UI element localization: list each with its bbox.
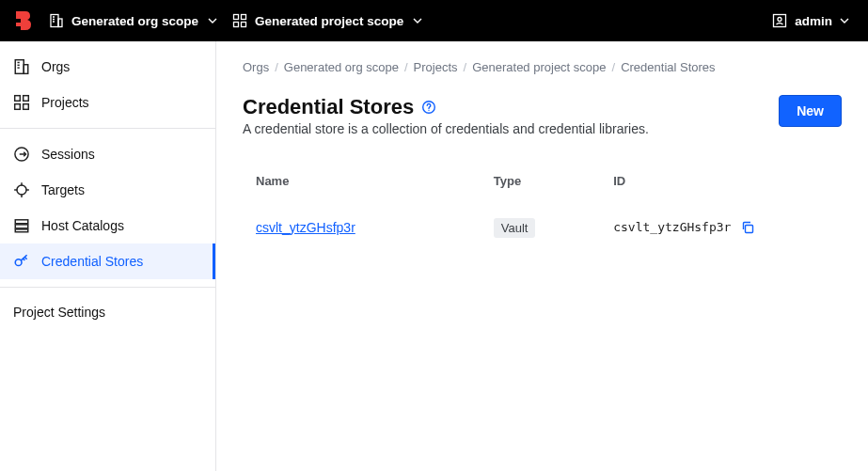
svg-rect-16: [15, 96, 21, 102]
user-icon: [772, 13, 787, 28]
svg-rect-8: [242, 23, 246, 27]
host-catalogs-icon: [13, 217, 30, 234]
svg-point-31: [429, 110, 430, 111]
row-id-value: csvlt_ytzGHsfp3r: [613, 220, 731, 234]
chevron-down-icon: [840, 16, 849, 25]
copy-id-button[interactable]: [740, 220, 755, 235]
project-scope-switcher[interactable]: Generated project scope: [232, 13, 422, 28]
svg-rect-26: [15, 220, 28, 224]
org-icon: [13, 58, 30, 75]
svg-rect-5: [234, 15, 239, 20]
crumb-project-scope[interactable]: Generated project scope: [472, 60, 606, 74]
sidebar-item-projects[interactable]: Projects: [0, 85, 215, 120]
sidebar-item-label: Projects: [41, 95, 202, 110]
logo-icon: [13, 9, 34, 32]
row-type-badge: Vault: [494, 218, 536, 238]
new-button[interactable]: New: [779, 95, 842, 127]
sidebar-item-label: Orgs: [41, 59, 202, 74]
breadcrumb: Orgs / Generated org scope / Projects / …: [243, 60, 842, 74]
table-header-type: Type: [482, 166, 602, 206]
svg-rect-19: [24, 104, 29, 110]
org-icon: [49, 13, 64, 28]
crumb-current: Credential Stores: [621, 60, 715, 74]
project-scope-label: Generated project scope: [255, 14, 403, 28]
sidebar: Orgs Projects Sessions Targets Host Cata…: [0, 41, 216, 471]
sidebar-item-label: Credential Stores: [41, 254, 202, 269]
svg-rect-18: [15, 104, 21, 110]
svg-rect-1: [58, 19, 62, 27]
sidebar-item-targets[interactable]: Targets: [0, 172, 215, 208]
sidebar-item-host-catalogs[interactable]: Host Catalogs: [0, 208, 215, 243]
svg-rect-32: [746, 225, 753, 232]
crumb-separator: /: [612, 60, 616, 74]
svg-rect-7: [234, 23, 239, 27]
credential-stores-table: Name Type ID csvlt_ytzGHsfp3r Vault csvl…: [243, 166, 842, 248]
main-content: Orgs / Generated org scope / Projects / …: [216, 41, 868, 471]
help-icon[interactable]: [421, 100, 436, 115]
sidebar-item-label: Targets: [41, 182, 202, 197]
svg-rect-27: [15, 225, 28, 228]
svg-rect-28: [15, 229, 28, 232]
sidebar-item-orgs[interactable]: Orgs: [0, 49, 215, 85]
sidebar-item-label: Sessions: [41, 147, 202, 162]
svg-rect-12: [24, 65, 28, 74]
sessions-icon: [13, 146, 30, 163]
project-icon: [232, 13, 247, 28]
sidebar-item-credential-stores[interactable]: Credential Stores: [0, 243, 215, 279]
crumb-separator: /: [404, 60, 408, 74]
crumb-separator: /: [464, 60, 467, 74]
crumb-separator: /: [275, 60, 278, 74]
crumb-org-scope[interactable]: Generated org scope: [284, 60, 399, 74]
svg-point-29: [15, 259, 22, 266]
crumb-orgs[interactable]: Orgs: [243, 60, 269, 74]
table-header-id: ID: [602, 166, 842, 206]
org-scope-switcher[interactable]: Generated org scope: [49, 13, 217, 28]
page-title: Credential Stores: [243, 95, 414, 119]
targets-icon: [13, 181, 30, 198]
sidebar-item-label: Project Settings: [13, 305, 202, 320]
page-subtitle: A credential store is a collection of cr…: [243, 119, 649, 138]
user-label: admin: [795, 14, 832, 28]
project-icon: [13, 94, 30, 111]
sidebar-item-sessions[interactable]: Sessions: [0, 136, 215, 172]
chevron-down-icon: [208, 16, 217, 25]
svg-rect-17: [24, 96, 29, 102]
svg-point-21: [17, 185, 26, 195]
crumb-projects[interactable]: Projects: [414, 60, 458, 74]
org-scope-label: Generated org scope: [71, 14, 198, 28]
table-row: csvlt_ytzGHsfp3r Vault csvlt_ytzGHsfp3r: [243, 206, 842, 248]
credential-stores-icon: [13, 253, 30, 270]
svg-point-10: [778, 18, 781, 22]
sidebar-item-label: Host Catalogs: [41, 218, 202, 233]
svg-rect-6: [242, 15, 246, 20]
row-name-link[interactable]: csvlt_ytzGHsfp3r: [256, 220, 355, 235]
sidebar-item-project-settings[interactable]: Project Settings: [0, 295, 215, 329]
user-menu[interactable]: admin: [772, 13, 849, 28]
table-header-name: Name: [243, 166, 482, 206]
chevron-down-icon: [413, 16, 422, 25]
topbar: Generated org scope Generated project sc…: [0, 0, 868, 41]
